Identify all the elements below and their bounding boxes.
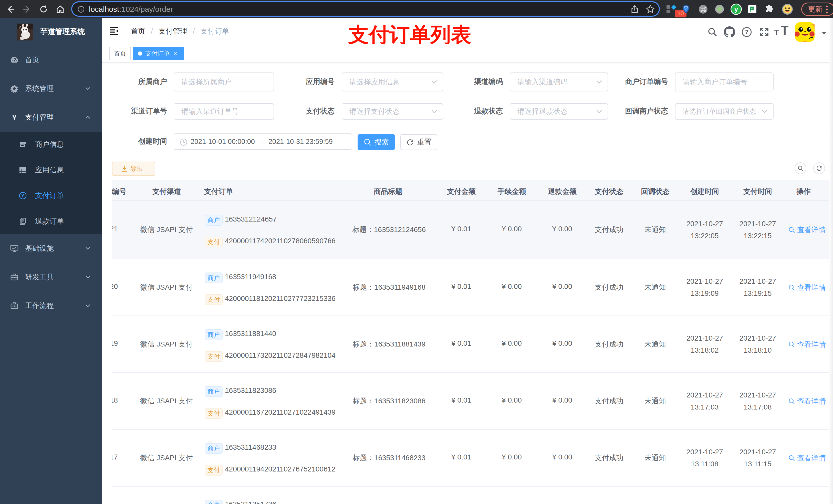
svg-text:y: y: [734, 5, 738, 13]
svg-text:¥: ¥: [22, 194, 24, 198]
svg-text:¥: ¥: [12, 113, 17, 121]
svg-text:?: ?: [745, 29, 748, 35]
